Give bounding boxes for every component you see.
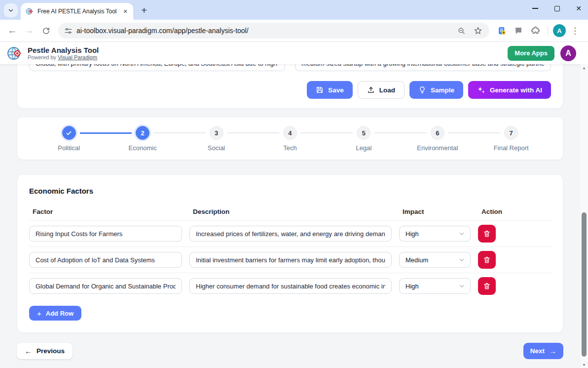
- window-close-button[interactable]: ✕: [575, 5, 582, 12]
- browser-tabstrip: Free AI PESTLE Analysis Tool - B ✕ + ✕: [0, 0, 588, 20]
- stepper-step-tech[interactable]: 4 Tech: [253, 126, 327, 152]
- trash-icon: [483, 256, 491, 264]
- table-row: Medium: [29, 247, 551, 273]
- save-button[interactable]: Save: [307, 81, 353, 99]
- economic-factors-card: Economic Factors Factor Description Impa…: [17, 174, 563, 333]
- sparkles-icon: [477, 86, 485, 94]
- impact-select[interactable]: High: [399, 278, 471, 294]
- impact-select[interactable]: High: [399, 226, 471, 242]
- lightbulb-icon: [418, 86, 426, 94]
- trash-icon: [483, 282, 491, 290]
- extension-chat-icon[interactable]: [511, 23, 526, 38]
- load-button[interactable]: Load: [358, 81, 404, 99]
- reload-icon: [42, 27, 50, 35]
- close-icon: ✕: [576, 5, 582, 12]
- description-input[interactable]: [189, 226, 392, 242]
- app-title: Pestle Analysis Tool: [28, 46, 99, 54]
- stepper-step-environmental[interactable]: 6 Environmental: [401, 126, 474, 152]
- check-icon: [65, 129, 73, 137]
- delete-row-button[interactable]: [478, 277, 496, 295]
- stepper-card: Political 2 Economic 3 Social 4 Tech 5 L…: [17, 117, 563, 160]
- stepper-step-final-report[interactable]: 7 Final Report: [475, 126, 548, 152]
- app-header: Pestle Analysis Tool Powered by Visual P…: [0, 42, 588, 64]
- url-bar[interactable]: ai-toolbox.visual-paradigm.com/app/pestl…: [58, 23, 489, 39]
- back-button[interactable]: ←: [5, 23, 20, 38]
- delete-row-button[interactable]: [478, 251, 496, 269]
- step-circle-done: [62, 126, 76, 140]
- browser-tab-active[interactable]: Free AI PESTLE Analysis Tool - B ✕: [21, 3, 133, 20]
- window-minimize-button[interactable]: [532, 5, 539, 12]
- new-tab-button[interactable]: +: [137, 3, 151, 17]
- tab-title: Free AI PESTLE Analysis Tool - B: [37, 8, 117, 15]
- stepper-step-political[interactable]: Political: [32, 126, 106, 152]
- scope-input[interactable]: [29, 64, 285, 71]
- scrollbar-thumb[interactable]: [582, 212, 587, 357]
- description-input[interactable]: [189, 278, 392, 294]
- visual-paradigm-link[interactable]: Visual Paradigm: [58, 54, 97, 60]
- stepper-step-economic[interactable]: 2 Economic: [106, 126, 179, 152]
- window-maximize-button[interactable]: [553, 5, 560, 12]
- section-title: Economic Factors: [29, 187, 551, 195]
- description-input[interactable]: [189, 252, 392, 268]
- column-header-description: Description: [189, 208, 392, 215]
- app-logo: [7, 45, 23, 61]
- user-avatar[interactable]: A: [560, 45, 576, 61]
- browser-profile-avatar[interactable]: A: [553, 24, 566, 37]
- column-header-factor: Factor: [29, 208, 182, 215]
- stepper-step-social[interactable]: 3 Social: [180, 126, 253, 152]
- impact-select[interactable]: Medium: [399, 252, 471, 268]
- organization-input[interactable]: [295, 64, 551, 71]
- stepper: Political 2 Economic 3 Social 4 Tech 5 L…: [32, 126, 548, 152]
- page-scrollbar[interactable]: ▲ ▼: [580, 64, 588, 368]
- generate-with-ai-button[interactable]: Generate with AI: [468, 81, 551, 99]
- site-favicon: [26, 7, 34, 15]
- setup-card: Save Load Sample Generate with AI: [17, 64, 563, 109]
- wizard-navigation: ← Previous Next →: [17, 343, 563, 359]
- url-text[interactable]: ai-toolbox.visual-paradigm.com/app/pestl…: [76, 27, 451, 35]
- sample-button[interactable]: Sample: [409, 81, 463, 99]
- arrow-left-icon: ←: [25, 347, 32, 355]
- browser-menu-icon[interactable]: ⋮: [568, 26, 582, 36]
- chevron-down-icon: [458, 256, 465, 263]
- more-apps-button[interactable]: More Apps: [508, 46, 554, 61]
- add-row-button[interactable]: + Add Row: [29, 306, 81, 321]
- table-row: High: [29, 273, 551, 299]
- powered-by: Powered by Visual Paradigm: [28, 54, 99, 60]
- factor-input[interactable]: [29, 252, 182, 268]
- window-controls: ✕: [532, 0, 582, 17]
- extension-docs-icon[interactable]: [494, 23, 509, 38]
- stepper-step-legal[interactable]: 5 Legal: [327, 126, 401, 152]
- factor-input[interactable]: [29, 226, 182, 242]
- chevron-down-icon: [458, 230, 465, 237]
- upload-icon: [367, 86, 375, 94]
- site-settings-icon[interactable]: [64, 27, 73, 35]
- save-icon: [316, 86, 324, 94]
- toolbar-divider: [548, 26, 548, 35]
- column-header-impact: Impact: [399, 208, 471, 215]
- zoom-out-icon[interactable]: [455, 24, 468, 37]
- previous-button[interactable]: ← Previous: [17, 343, 73, 359]
- tab-close-icon[interactable]: ✕: [121, 7, 129, 15]
- column-header-action: Action: [478, 208, 551, 215]
- tab-search-button[interactable]: [4, 3, 18, 17]
- chevron-down-icon: [7, 7, 14, 14]
- chevron-down-icon: [458, 283, 465, 289]
- extensions-puzzle-icon[interactable]: [528, 23, 543, 38]
- scrollbar-down-icon[interactable]: ▼: [580, 361, 588, 368]
- app-title-block: Pestle Analysis Tool Powered by Visual P…: [28, 46, 99, 60]
- browser-toolbar: ← → ai-toolbox.visual-paradigm.com/app/p…: [0, 20, 588, 42]
- next-button[interactable]: Next →: [523, 343, 563, 359]
- minimize-icon: [532, 8, 538, 9]
- delete-row-button[interactable]: [478, 225, 496, 243]
- table-header-row: Factor Description Impact Action: [29, 208, 551, 221]
- bookmark-star-icon[interactable]: [472, 24, 484, 37]
- forward-button[interactable]: →: [22, 23, 37, 38]
- factor-input[interactable]: [29, 278, 182, 294]
- reload-button[interactable]: [38, 23, 53, 38]
- arrow-right-icon: →: [549, 347, 556, 355]
- factors-table: Factor Description Impact Action High: [29, 208, 551, 299]
- trash-icon: [483, 230, 491, 238]
- main-content: Save Load Sample Generate with AI: [0, 64, 588, 368]
- plus-icon: +: [37, 309, 41, 318]
- scrollbar-up-icon[interactable]: ▲: [580, 64, 588, 71]
